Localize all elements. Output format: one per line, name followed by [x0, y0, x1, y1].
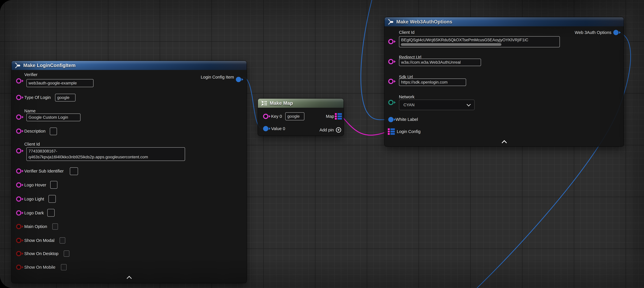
field-label-network: Network: [399, 94, 414, 100]
field-label-logo-light: Logo Light: [24, 196, 44, 202]
node-title: Make Map: [270, 100, 293, 106]
input-pin-logo-hover[interactable]: [16, 182, 24, 188]
field-label-client-id: Client Id: [399, 30, 414, 35]
field-label-show-on-desktop: Show On Desktop: [24, 251, 58, 256]
make-map-icon: [261, 100, 267, 106]
input-pin-type-of-login[interactable]: [16, 95, 24, 100]
field-label-key0: Key 0: [271, 114, 282, 119]
output-pin-label: Web 3Auth Options: [575, 30, 612, 35]
add-pin-label: Add pin: [320, 127, 334, 133]
blueprint-editor: Make LoginConfigItem Login Config Item V…: [0, 0, 644, 288]
input-pin-value0[interactable]: [263, 126, 270, 131]
field-label-logo-hover: Logo Hover: [24, 182, 46, 188]
node-title: Make Web3AuthOptions: [396, 19, 452, 25]
show-on-mobile-checkbox[interactable]: [61, 264, 67, 270]
output-pin-login-config-item[interactable]: [236, 77, 243, 82]
node-make-map[interactable]: Make Map Key 0 google Map Value 0 Add pi…: [258, 99, 344, 136]
verifier-input[interactable]: web3auth-google-example: [26, 79, 94, 87]
field-label-verifier: Verifier: [24, 72, 38, 77]
make-struct-icon: [388, 19, 394, 25]
field-label-logo-dark: Logo Dark: [24, 210, 44, 215]
logo-hover-input[interactable]: [50, 181, 58, 189]
name-input[interactable]: Google Custom Login: [26, 113, 80, 121]
node-header[interactable]: Make Map: [258, 99, 344, 108]
output-pin-map[interactable]: [335, 113, 342, 120]
input-pin-verifier[interactable]: [16, 78, 24, 84]
node-title: Make LoginConfigItem: [23, 63, 76, 68]
input-pin-logo-dark[interactable]: [16, 210, 24, 215]
input-pin-client-id[interactable]: [16, 148, 24, 154]
field-label-client-id: Client Id: [24, 142, 40, 147]
key0-input[interactable]: google: [285, 112, 304, 120]
sdk-url-input[interactable]: https://sdk.openlogin.com: [399, 78, 466, 86]
logo-dark-input[interactable]: [47, 209, 55, 217]
collapse-node-chevron-icon[interactable]: [502, 140, 507, 145]
output-pin-label-map: Map: [326, 114, 334, 119]
verifier-sub-identifier-input[interactable]: [70, 167, 78, 175]
description-input[interactable]: [50, 127, 57, 135]
input-pin-verifier-sub-identifier[interactable]: [16, 168, 24, 174]
input-pin-sdk-url[interactable]: [388, 79, 396, 84]
field-label-description: Description: [24, 129, 46, 134]
field-label-login-config: Login Config: [397, 129, 420, 134]
node-header[interactable]: Make Web3AuthOptions: [384, 17, 624, 26]
output-pin-web3auth-options[interactable]: [613, 30, 621, 35]
field-label-value0: Value 0: [271, 126, 285, 131]
network-dropdown[interactable]: CYAN: [399, 100, 475, 110]
input-pin-show-on-modal[interactable]: [16, 238, 24, 243]
input-pin-redirect-url[interactable]: [388, 59, 396, 64]
input-pin-network[interactable]: [388, 100, 396, 105]
node-make-web3auth-options[interactable]: Make Web3AuthOptions Web 3Auth Options C…: [384, 17, 624, 146]
output-pin-label: Login Config Item: [201, 75, 234, 80]
input-pin-key0[interactable]: [263, 114, 270, 119]
show-on-desktop-checkbox[interactable]: [64, 250, 70, 257]
field-label-white-label: White Label: [396, 117, 418, 122]
field-label-type-of-login: Type Of Login: [24, 95, 51, 100]
main-option-checkbox[interactable]: [52, 223, 58, 230]
input-pin-login-config[interactable]: [388, 128, 395, 135]
chevron-down-icon: [466, 102, 471, 106]
client-id-input[interactable]: BEglQSgt4cUWcj6SKRdu5QkOXTsePmMcusG5EAoy…: [399, 36, 560, 47]
field-label-show-on-mobile: Show On Mobile: [24, 264, 56, 270]
field-label-main-option: Main Option: [24, 224, 47, 229]
input-pin-description[interactable]: [16, 129, 24, 134]
node-header[interactable]: Make LoginConfigItem: [12, 61, 246, 70]
make-struct-icon: [14, 62, 21, 69]
field-label-verifier-sub-identifier: Verifier Sub Identifier: [24, 168, 64, 174]
input-pin-main-option[interactable]: [16, 224, 24, 229]
client-id-scrollbar[interactable]: [401, 43, 502, 46]
input-pin-client-id[interactable]: [388, 39, 396, 44]
show-on-modal-checkbox[interactable]: [60, 237, 65, 244]
field-label-name: Name: [24, 108, 36, 114]
graph-canvas[interactable]: Make LoginConfigItem Login Config Item V…: [0, 0, 644, 288]
client-id-input[interactable]: 774338308167- q463s7kpvja16l4l0kko3nb925…: [26, 147, 185, 161]
input-pin-name[interactable]: [16, 114, 24, 120]
type-of-login-input[interactable]: google: [55, 94, 76, 102]
collapse-node-chevron-icon[interactable]: [127, 276, 132, 281]
logo-light-input[interactable]: [48, 195, 56, 203]
redirect-url-input[interactable]: w3a://com.w3a.Web3AuthUnreal: [399, 59, 481, 66]
input-pin-show-on-mobile[interactable]: [16, 264, 24, 270]
field-label-show-on-modal: Show On Modal: [24, 238, 54, 243]
add-pin-button[interactable]: [336, 127, 341, 133]
node-make-login-config-item[interactable]: Make LoginConfigItem Login Config Item V…: [12, 61, 246, 283]
input-pin-show-on-desktop[interactable]: [16, 251, 24, 256]
wire-top-to-white-label[interactable]: [361, 0, 388, 120]
input-pin-white-label[interactable]: [388, 117, 396, 122]
input-pin-logo-light[interactable]: [16, 196, 24, 202]
